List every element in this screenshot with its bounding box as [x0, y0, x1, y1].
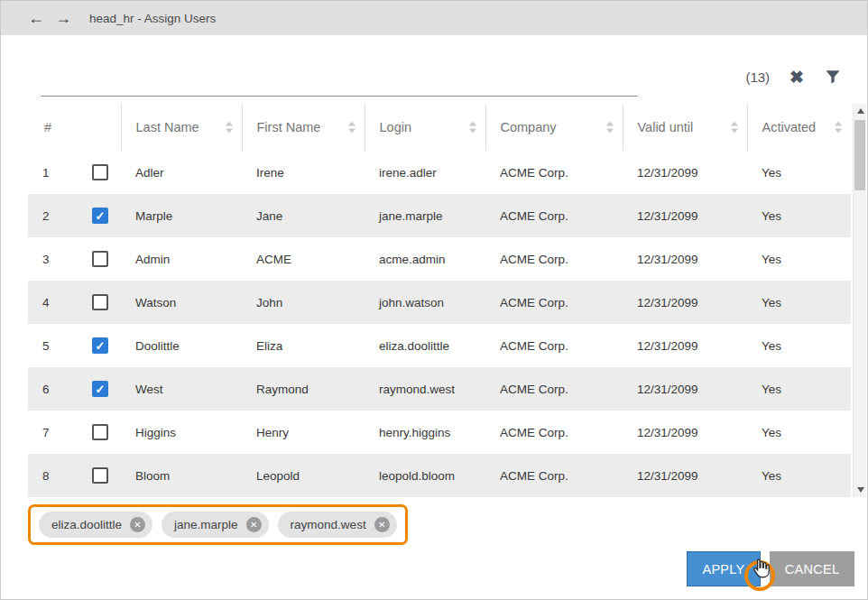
cell-login: raymond.west — [365, 367, 485, 411]
sort-icon[interactable] — [606, 122, 614, 134]
table-row[interactable]: 6✓WestRaymondraymond.westACME Corp.12/31… — [28, 367, 851, 411]
column-header[interactable]: Login — [365, 104, 485, 151]
table-row[interactable]: 2✓MarpleJanejane.marpleACME Corp.12/31/2… — [28, 194, 851, 237]
column-header-label: Login — [380, 120, 411, 134]
chip-remove-icon[interactable]: ✕ — [246, 517, 262, 532]
row-number: 3 — [42, 253, 76, 266]
sort-icon[interactable] — [731, 122, 738, 134]
sort-icon[interactable] — [469, 122, 476, 134]
column-header[interactable]: First Name — [242, 104, 365, 151]
cell-login: john.watson — [365, 281, 485, 324]
table-scrollbar[interactable] — [853, 104, 866, 497]
cell-row-number: 4 — [28, 281, 121, 324]
cell-last-name: West — [121, 367, 242, 411]
cell-row-number: 5✓ — [28, 324, 121, 367]
row-checkbox[interactable]: ✓ — [92, 381, 108, 397]
chip-label: jane.marple — [174, 518, 238, 531]
forward-arrow-icon[interactable]: → — [55, 10, 71, 26]
table-row[interactable]: 5✓DoolittleElizaeliza.doolittleACME Corp… — [28, 324, 851, 367]
cell-first-name: John — [242, 281, 365, 324]
row-number: 8 — [42, 469, 76, 483]
row-number: 4 — [42, 296, 76, 309]
table-row[interactable]: 4WatsonJohnjohn.watsonACME Corp.12/31/20… — [28, 281, 851, 324]
cell-first-name: Jane — [242, 194, 365, 237]
column-header[interactable]: Company — [485, 104, 623, 151]
cell-first-name: Irene — [242, 151, 365, 194]
cell-login: eliza.doolittle — [365, 324, 485, 367]
row-checkbox[interactable] — [92, 251, 108, 267]
cell-login: acme.admin — [365, 237, 485, 281]
cell-last-name: Bloom — [121, 454, 242, 497]
cell-first-name: Henry — [242, 411, 365, 454]
row-checkbox[interactable]: ✓ — [92, 337, 108, 354]
cell-activated: Yes — [747, 151, 851, 194]
cell-last-name: Doolittle — [121, 324, 242, 367]
column-header-label: Company — [501, 120, 557, 134]
selected-user-chip: raymond.west✕ — [278, 512, 397, 538]
filter-bar: (13) ✖ — [41, 57, 842, 97]
cell-company: ACME Corp. — [485, 281, 623, 324]
cell-first-name: Leopold — [242, 454, 365, 497]
column-header-label: Valid until — [638, 120, 694, 134]
chip-label: eliza.doolittle — [51, 518, 122, 531]
row-number: 6 — [42, 383, 76, 396]
table-row[interactable]: 3AdminACMEacme.adminACME Corp.12/31/2099… — [28, 237, 851, 281]
table-row[interactable]: 1AdlerIreneirene.adlerACME Corp.12/31/20… — [28, 151, 851, 194]
column-header-label: # — [44, 120, 51, 134]
cell-row-number: 1 — [28, 151, 121, 194]
sort-icon[interactable] — [348, 122, 356, 134]
chip-remove-icon[interactable]: ✕ — [130, 517, 145, 532]
cell-login: jane.marple — [365, 194, 485, 237]
cell-activated: Yes — [747, 454, 851, 497]
cell-first-name: Raymond — [242, 367, 365, 411]
row-checkbox[interactable] — [92, 164, 108, 180]
cell-activated: Yes — [747, 194, 851, 237]
filter-input[interactable] — [41, 57, 638, 97]
cell-activated: Yes — [747, 281, 851, 324]
cell-company: ACME Corp. — [485, 411, 623, 454]
dialog-title: head_hr - Assign Users — [89, 12, 216, 25]
row-checkbox[interactable]: ✓ — [92, 208, 108, 224]
sort-icon[interactable] — [835, 122, 842, 134]
table-header: #Last NameFirst NameLoginCompanyValid un… — [28, 104, 851, 151]
cell-valid-until: 12/31/2099 — [623, 367, 747, 411]
scroll-down-button[interactable] — [854, 483, 867, 497]
cell-valid-until: 12/31/2099 — [623, 194, 747, 237]
cell-company: ACME Corp. — [485, 324, 623, 367]
scrollbar-thumb[interactable] — [854, 120, 865, 190]
cancel-button[interactable]: CANCEL — [770, 551, 854, 586]
row-checkbox[interactable] — [92, 294, 108, 310]
clear-filter-icon[interactable]: ✖ — [790, 69, 804, 86]
assign-users-dialog: ← → head_hr - Assign Users (13) ✖ #Last … — [0, 0, 868, 600]
column-header[interactable]: Valid until — [623, 104, 747, 151]
cell-company: ACME Corp. — [485, 194, 623, 237]
column-header: # — [28, 104, 121, 151]
cell-valid-until: 12/31/2099 — [623, 454, 747, 497]
column-header-label: Activated — [762, 120, 817, 134]
apply-button[interactable]: APPLY — [687, 551, 761, 586]
cell-last-name: Marple — [121, 194, 242, 237]
dialog-topbar: ← → head_hr - Assign Users — [1, 1, 867, 35]
cell-row-number: 3 — [28, 237, 121, 281]
cell-first-name: Eliza — [242, 324, 365, 367]
cell-valid-until: 12/31/2099 — [623, 151, 747, 194]
column-header-label: Last Name — [136, 120, 199, 134]
scroll-up-button[interactable] — [854, 104, 867, 118]
filter-funnel-icon[interactable] — [824, 68, 842, 86]
cell-last-name: Adler — [121, 151, 242, 194]
column-header[interactable]: Activated — [747, 104, 851, 151]
result-count: (13) — [745, 69, 770, 85]
sort-icon[interactable] — [226, 122, 233, 134]
selected-user-chip: jane.marple✕ — [162, 512, 269, 538]
back-arrow-icon[interactable]: ← — [28, 10, 44, 26]
table-row[interactable]: 7HigginsHenryhenry.higginsACME Corp.12/3… — [28, 411, 851, 454]
selected-user-chip: eliza.doolittle✕ — [39, 512, 152, 538]
chip-remove-icon[interactable]: ✕ — [374, 517, 390, 532]
row-checkbox[interactable] — [92, 424, 108, 440]
column-header[interactable]: Last Name — [121, 104, 242, 151]
cell-row-number: 7 — [28, 411, 121, 454]
table-row[interactable]: 8BloomLeopoldleopold.bloomACME Corp.12/3… — [28, 454, 851, 497]
footer-actions: APPLY CANCEL — [687, 551, 854, 586]
row-checkbox[interactable] — [92, 467, 108, 484]
column-header-label: First Name — [257, 120, 321, 134]
